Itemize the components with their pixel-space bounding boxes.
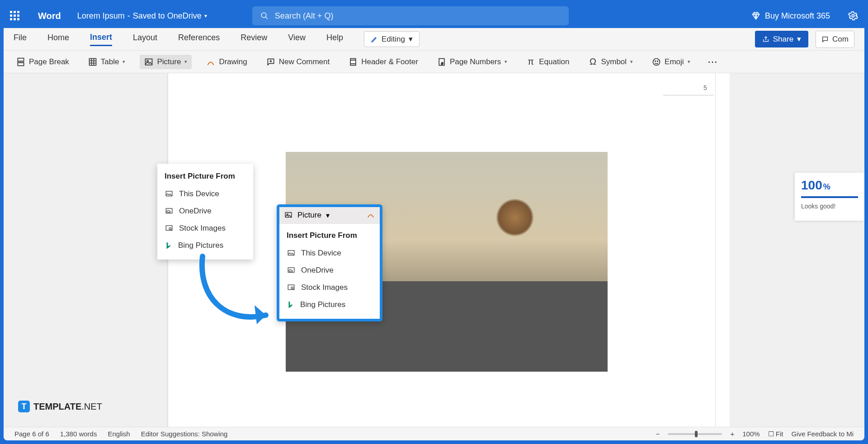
title-bar: Word Lorem Ipsum - Saved to OneDrive ▾ S…	[4, 4, 864, 28]
onedrive-icon	[287, 266, 296, 274]
insert-ribbon: Page Break Table ▾ Picture ▾ Drawing New…	[4, 51, 864, 73]
editing-mode-button[interactable]: Editing ▾	[364, 31, 420, 47]
tab-layout[interactable]: Layout	[133, 33, 157, 45]
svg-rect-6	[89, 58, 96, 65]
svg-point-0	[261, 13, 266, 18]
svg-rect-11	[146, 59, 152, 65]
svg-line-1	[265, 17, 268, 19]
comment-icon	[821, 36, 829, 43]
chevron-down-icon: ▾	[409, 34, 413, 44]
tab-insert[interactable]: Insert	[90, 33, 112, 46]
equation-icon: π	[526, 57, 535, 66]
zoom-slider[interactable]	[668, 433, 722, 435]
drawing-button[interactable]: Drawing	[202, 55, 251, 69]
menu-item-this-device[interactable]: This Device	[157, 185, 253, 203]
margin-guide	[664, 95, 713, 95]
diamond-icon	[751, 11, 760, 20]
tab-home[interactable]: Home	[47, 33, 69, 45]
picture-icon	[144, 57, 153, 66]
new-comment-button[interactable]: New Comment	[262, 55, 334, 69]
page-numbers-button[interactable]: # Page Numbers ▾	[433, 55, 512, 69]
share-button[interactable]: Share ▾	[755, 31, 808, 47]
callout-item-onedrive[interactable]: OneDrive	[279, 262, 380, 279]
drawing-icon	[206, 57, 215, 66]
word-count[interactable]: 1,380 words	[60, 430, 97, 438]
document-area: 5 Insert Picture From This Device OneDri…	[4, 73, 864, 427]
tab-file[interactable]: File	[14, 33, 27, 45]
page-break-icon	[16, 57, 25, 66]
language[interactable]: English	[108, 430, 130, 438]
zoom-level[interactable]: 100%	[742, 430, 760, 438]
page-info[interactable]: Page 6 of 6	[14, 430, 49, 438]
stock-images-icon	[165, 224, 174, 232]
svg-point-20	[653, 58, 660, 65]
table-button[interactable]: Table ▾	[84, 55, 130, 69]
equation-button[interactable]: π Equation	[522, 55, 574, 69]
settings-icon[interactable]	[848, 11, 858, 21]
header-footer-icon	[349, 57, 358, 66]
menu-item-stock-images[interactable]: Stock Images	[157, 220, 253, 237]
chevron-down-icon: ▾	[630, 59, 633, 65]
emoji-icon	[652, 57, 661, 66]
callout-heading: Insert Picture From	[279, 228, 380, 245]
bing-icon	[165, 241, 173, 250]
page-break-button[interactable]: Page Break	[12, 55, 74, 69]
svg-point-2	[852, 14, 854, 17]
app-name: Word	[38, 11, 61, 21]
editor-progress-bar	[801, 196, 858, 198]
menu-bar: File Home Insert Layout References Revie…	[4, 28, 864, 51]
picture-icon	[284, 211, 293, 219]
pen-icon	[371, 36, 378, 43]
chevron-down-icon: ▾	[688, 59, 690, 65]
picture-dropdown-callout: Picture ▾ Insert Picture From This Devic…	[277, 204, 382, 321]
tab-help[interactable]: Help	[326, 33, 343, 45]
fit-button[interactable]: ☐ Fit	[768, 430, 783, 438]
editor-score-card[interactable]: 100% Looks good!	[795, 173, 864, 221]
callout-item-stock-images[interactable]: Stock Images	[279, 279, 380, 296]
editor-score-value: 100	[801, 178, 822, 193]
zoom-out-button[interactable]: −	[656, 430, 660, 438]
template-net-watermark: T TEMPLATE.NET	[18, 401, 102, 412]
editor-suggestions[interactable]: Editor Suggestions: Showing	[141, 430, 228, 438]
feedback-link[interactable]: Give Feedback to Mi	[791, 430, 854, 438]
comments-button[interactable]: Com	[816, 31, 854, 48]
document-title-status[interactable]: Lorem Ipsum - Saved to OneDrive ▾	[77, 11, 207, 21]
menu-item-onedrive[interactable]: OneDrive	[157, 203, 253, 220]
svg-point-33	[291, 287, 293, 289]
chevron-down-icon: ▾	[505, 59, 507, 65]
share-icon	[762, 36, 769, 43]
chevron-down-icon: ▾	[184, 59, 187, 65]
dropdown-heading: Insert Picture From	[157, 169, 253, 185]
svg-point-26	[169, 228, 171, 230]
search-placeholder: Search (Alt + Q)	[275, 11, 334, 21]
page-numbers-icon: #	[437, 57, 446, 66]
device-icon	[287, 249, 296, 257]
tab-review[interactable]: Review	[241, 33, 267, 45]
header-footer-button[interactable]: Header & Footer	[344, 55, 423, 69]
menu-item-bing-pictures[interactable]: Bing Pictures	[157, 237, 253, 254]
chevron-down-icon: ▾	[123, 59, 125, 65]
tab-view[interactable]: View	[288, 33, 306, 45]
new-comment-icon	[266, 57, 275, 66]
tab-references[interactable]: References	[178, 33, 220, 45]
picture-button[interactable]: Picture ▾	[140, 55, 192, 69]
svg-point-22	[657, 61, 658, 61]
callout-picture-button[interactable]: Picture ▾	[279, 207, 380, 224]
callout-item-bing-pictures[interactable]: Bing Pictures	[279, 296, 380, 313]
svg-point-21	[655, 61, 656, 61]
drawing-icon[interactable]	[366, 211, 375, 219]
ribbon-overflow-button[interactable]: ⋯	[708, 56, 718, 68]
app-launcher-icon[interactable]	[10, 11, 20, 21]
svg-rect-4	[18, 62, 24, 66]
document-title: Lorem Ipsum	[77, 11, 125, 21]
symbol-button[interactable]: Ω Symbol ▾	[584, 55, 637, 69]
callout-item-this-device[interactable]: This Device	[279, 245, 380, 262]
buy-microsoft-365[interactable]: Buy Microsoft 365	[751, 11, 830, 21]
zoom-in-button[interactable]: +	[730, 430, 734, 438]
editor-message: Looks good!	[801, 203, 858, 210]
status-bar: Page 6 of 6 1,380 words English Editor S…	[4, 427, 864, 440]
search-box[interactable]: Search (Alt + Q)	[252, 6, 569, 25]
emoji-button[interactable]: Emoji ▾	[647, 55, 695, 69]
svg-rect-3	[18, 58, 24, 61]
vertical-ruler[interactable]	[715, 73, 730, 427]
